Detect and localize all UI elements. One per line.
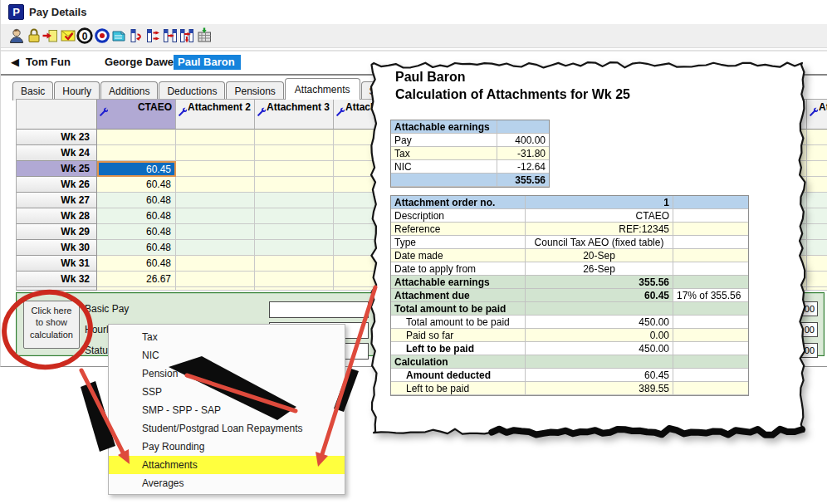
grid-cell[interactable] <box>176 224 255 240</box>
row-header-wk-24[interactable]: Wk 24 <box>17 145 97 161</box>
zero-icon[interactable]: 0 <box>76 27 94 45</box>
grid-cell[interactable]: 60.48 <box>97 177 176 193</box>
wrench-icon[interactable] <box>335 107 345 119</box>
row-header-wk-30[interactable]: Wk 30 <box>17 240 97 256</box>
tab-attachments[interactable]: Attachments <box>285 78 360 100</box>
grid-cell[interactable]: 26.67 <box>97 272 176 287</box>
row-header-wk-25[interactable]: Wk 25 <box>17 161 97 177</box>
previous-employee-arrow-icon[interactable]: ◀ <box>11 56 19 68</box>
grid-cell[interactable] <box>255 256 334 272</box>
grid-cell[interactable] <box>97 130 176 145</box>
grid-cell[interactable]: 60.48 <box>97 224 176 240</box>
grid-cell[interactable] <box>176 193 255 208</box>
row-header-wk-28[interactable]: Wk 28 <box>17 208 97 224</box>
menu-item-pension[interactable]: Pension <box>109 365 345 383</box>
tab-pensions[interactable]: Pensions <box>226 81 283 100</box>
grid-cell[interactable] <box>807 193 827 208</box>
grid-cell[interactable] <box>807 145 827 161</box>
app-icon: P <box>8 4 24 20</box>
grid-cell[interactable] <box>176 240 255 256</box>
employee-item-selected[interactable]: Paul Baron <box>174 55 241 70</box>
grid-cell[interactable] <box>255 240 334 256</box>
tab-deductions[interactable]: Deductions <box>159 81 225 100</box>
row-header-wk-27[interactable]: Wk 27 <box>17 193 97 208</box>
grid-cell[interactable] <box>807 177 827 193</box>
columns-fill-right-icon[interactable] <box>161 27 179 45</box>
panel-field-input[interactable] <box>269 301 369 318</box>
grid-cell[interactable] <box>176 272 255 287</box>
tab-additions[interactable]: Additions <box>100 81 158 100</box>
row-header-wk-26[interactable]: Wk 26 <box>17 177 97 193</box>
row-header-wk-31[interactable]: Wk 31 <box>17 256 97 272</box>
wrench-icon[interactable] <box>178 107 187 119</box>
notebook-icon[interactable] <box>110 27 128 45</box>
grid-cell[interactable]: 60.48 <box>97 208 176 224</box>
grid-cell[interactable]: 60.48 <box>97 193 176 208</box>
grid-cell[interactable] <box>807 224 827 240</box>
svg-text:0: 0 <box>82 31 88 42</box>
grid-cell[interactable]: 60.45 <box>97 161 176 177</box>
grid-cell[interactable] <box>807 208 827 224</box>
grid-cell[interactable] <box>807 272 827 287</box>
column-header-ctaeo[interactable]: CTAEO <box>97 100 176 130</box>
grid-cell[interactable] <box>807 256 827 272</box>
tab-basic[interactable]: Basic <box>12 81 53 100</box>
grid-cell[interactable] <box>255 272 334 287</box>
grid-export-icon[interactable] <box>195 27 213 45</box>
popup-table-cell: NIC <box>391 160 497 174</box>
envelope-check-icon[interactable] <box>59 27 77 45</box>
row-header-wk-23[interactable]: Wk 23 <box>17 130 97 145</box>
column-header-attachment-2[interactable]: Attachment 2 <box>176 100 255 130</box>
grid-cell[interactable] <box>255 224 334 240</box>
column-header-attachment-3[interactable]: Attachment 3 <box>255 100 334 130</box>
menu-item-smp-spp-sap[interactable]: SMP - SPP - SAP <box>109 401 345 419</box>
column-transfer-icon[interactable] <box>144 27 162 45</box>
grid-cell[interactable] <box>807 130 827 145</box>
grid-cell[interactable] <box>255 208 334 224</box>
lock-icon[interactable] <box>25 27 43 45</box>
wrench-icon[interactable] <box>99 107 108 119</box>
employee-item[interactable]: George Dawes <box>105 56 179 68</box>
row-header-wk-29[interactable]: Wk 29 <box>17 224 97 240</box>
menu-item-ssp[interactable]: SSP <box>109 383 345 401</box>
grid-cell[interactable] <box>255 193 334 208</box>
menu-item-averages[interactable]: Averages <box>109 474 345 492</box>
menu-item-pay-rounding[interactable]: Pay Rounding <box>109 438 345 456</box>
grid-cell[interactable] <box>176 256 255 272</box>
popup-table-cell: Attachable earnings <box>391 120 497 134</box>
wrench-icon[interactable] <box>809 107 818 119</box>
grid-cell[interactable] <box>255 177 334 193</box>
employee-icon[interactable] <box>7 27 26 45</box>
grid-cell[interactable] <box>176 161 255 177</box>
grid-cell[interactable] <box>176 130 255 145</box>
row-header-wk-32[interactable]: Wk 32 <box>17 272 97 287</box>
employee-item[interactable]: Tom Fun <box>26 56 71 68</box>
note-import-icon[interactable] <box>42 27 60 45</box>
menu-item-tax[interactable]: Tax <box>109 328 345 346</box>
show-calculation-button[interactable]: Click hereto showcalculation <box>23 301 80 349</box>
target-icon[interactable] <box>93 27 111 45</box>
wrench-icon[interactable] <box>257 107 266 119</box>
column-refresh-icon[interactable] <box>127 27 145 45</box>
grid-cell[interactable] <box>255 161 334 177</box>
grid-cell[interactable] <box>255 145 334 161</box>
grid-cell[interactable]: 60.48 <box>97 256 176 272</box>
popup-table-row: Attachment due60.4517% of 355.56 <box>391 289 748 302</box>
grid-cell[interactable] <box>807 161 827 177</box>
grid-cell[interactable] <box>97 145 176 161</box>
columns-fill-all-icon[interactable] <box>178 27 196 45</box>
grid-cell[interactable] <box>807 240 827 256</box>
tab-hourly[interactable]: Hourly <box>54 81 100 100</box>
grid-cell[interactable] <box>176 208 255 224</box>
popup-table-cell: Reference <box>391 223 526 236</box>
grid-cell[interactable] <box>176 177 255 193</box>
column-header-attachment-10[interactable]: Attachment 10 <box>807 100 827 130</box>
screenshot-stage: P Pay Details 0 ◀ Tom FunGeorge DawesPau… <box>0 0 827 504</box>
grid-cell[interactable]: 60.48 <box>97 240 176 256</box>
menu-item-student-postgrad-loan-repayments[interactable]: Student/Postgrad Loan Repayments <box>109 419 345 438</box>
calculation-popup: Paul Baron Calculation of Attachments fo… <box>367 56 809 450</box>
menu-item-nic[interactable]: NIC <box>109 346 345 365</box>
grid-cell[interactable] <box>176 145 255 161</box>
grid-cell[interactable] <box>255 130 334 145</box>
menu-item-attachments[interactable]: Attachments <box>109 456 345 474</box>
